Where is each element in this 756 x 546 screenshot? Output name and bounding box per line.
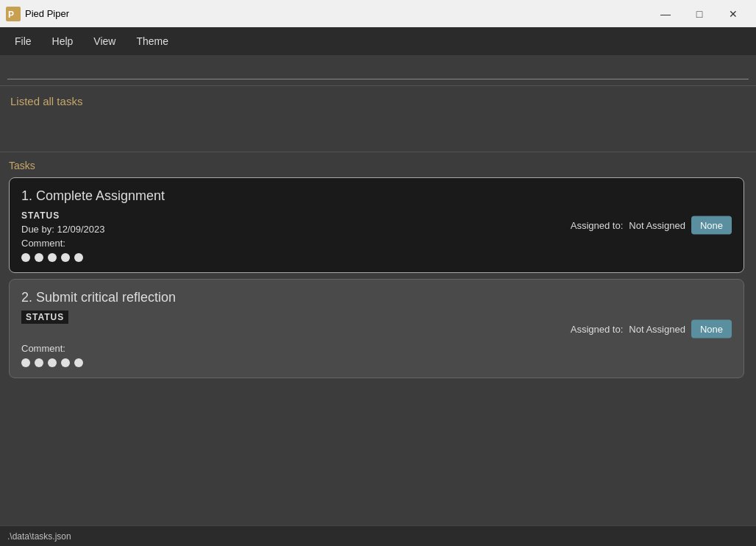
window-controls: — □ ✕ xyxy=(649,0,750,27)
task-card[interactable]: 1. Complete Assignment STATUS Due by: 12… xyxy=(9,177,744,273)
dot-2 xyxy=(35,253,43,262)
title-bar-left: P Pied Piper xyxy=(6,7,69,21)
title-text: Pied Piper xyxy=(25,8,69,19)
output-text: Listed all tasks xyxy=(10,95,82,107)
none-button-2[interactable]: None xyxy=(691,319,732,338)
output-area: Listed all tasks xyxy=(0,86,756,152)
tasks-label: Tasks xyxy=(9,160,747,171)
command-area xyxy=(0,55,756,86)
command-input[interactable] xyxy=(7,61,749,79)
menu-help[interactable]: Help xyxy=(43,31,82,52)
menu-theme[interactable]: Theme xyxy=(127,31,177,52)
task-status: STATUS xyxy=(21,210,60,221)
task-card[interactable]: 2. Submit critical reflection STATUS Com… xyxy=(9,279,744,378)
tasks-scroll[interactable]: 1. Complete Assignment STATUS Due by: 12… xyxy=(9,177,747,518)
maximize-button[interactable]: □ xyxy=(682,0,716,27)
task-comment: Comment: xyxy=(21,238,732,249)
dot-1 xyxy=(21,358,30,367)
task-title: 1. Complete Assignment xyxy=(21,188,732,204)
assigned-label: Assigned to: xyxy=(571,220,624,231)
status-bar: .\data\tasks.json xyxy=(0,525,756,546)
dot-3 xyxy=(48,358,57,367)
assigned-label: Assigned to: xyxy=(571,323,624,334)
close-button[interactable]: ✕ xyxy=(716,0,750,27)
dot-4 xyxy=(61,253,70,262)
task-assigned-row: Assigned to: Not Assigned None xyxy=(571,216,732,235)
dot-2 xyxy=(35,358,43,367)
dot-3 xyxy=(48,253,57,262)
assigned-value: Not Assigned xyxy=(629,220,685,231)
assigned-value: Not Assigned xyxy=(629,323,685,334)
app-icon: P xyxy=(6,7,21,21)
task-comment: Comment: xyxy=(21,343,732,354)
task-status-badge: STATUS xyxy=(21,311,68,324)
tasks-section: Tasks 1. Complete Assignment STATUS Due … xyxy=(0,152,756,525)
dot-1 xyxy=(21,253,30,262)
menu-view[interactable]: View xyxy=(85,31,124,52)
task-dots xyxy=(21,358,732,367)
dot-5 xyxy=(74,253,83,262)
status-text: .\data\tasks.json xyxy=(7,531,71,542)
title-bar: P Pied Piper — □ ✕ xyxy=(0,0,756,27)
task-dots xyxy=(21,253,732,262)
task-title: 2. Submit critical reflection xyxy=(21,290,732,305)
task-assigned-row: Assigned to: Not Assigned None xyxy=(571,319,732,338)
minimize-button[interactable]: — xyxy=(649,0,682,27)
menu-file[interactable]: File xyxy=(6,31,40,52)
dot-4 xyxy=(61,358,70,367)
menu-bar: File Help View Theme xyxy=(0,27,756,55)
none-button-1[interactable]: None xyxy=(691,216,732,235)
dot-5 xyxy=(74,358,83,367)
svg-text:P: P xyxy=(8,10,14,20)
